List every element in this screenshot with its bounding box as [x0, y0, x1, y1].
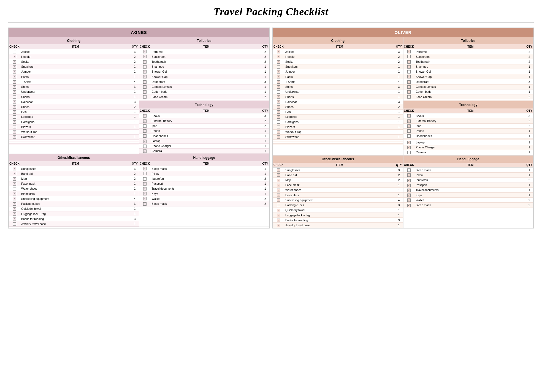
- checkbox[interactable]: [407, 134, 411, 138]
- checkbox[interactable]: [13, 90, 16, 94]
- checkbox[interactable]: [407, 119, 411, 123]
- checkbox[interactable]: [277, 120, 280, 124]
- checkbox[interactable]: [13, 207, 16, 211]
- checkbox[interactable]: [13, 60, 16, 64]
- checkbox[interactable]: [407, 60, 411, 64]
- checkbox[interactable]: [277, 214, 280, 217]
- checkbox[interactable]: [407, 90, 411, 94]
- checkbox[interactable]: [277, 209, 280, 212]
- checkbox[interactable]: [143, 149, 147, 153]
- checkbox[interactable]: [143, 145, 147, 148]
- checkbox[interactable]: [13, 172, 16, 175]
- checkbox[interactable]: [277, 55, 280, 58]
- checkbox[interactable]: [407, 55, 411, 58]
- checkbox[interactable]: [143, 197, 147, 200]
- checkbox[interactable]: [13, 75, 16, 78]
- checkbox[interactable]: [277, 130, 280, 134]
- checkbox[interactable]: [407, 151, 411, 154]
- checkbox[interactable]: [13, 70, 16, 74]
- checkbox[interactable]: [407, 168, 411, 172]
- checkbox[interactable]: [13, 110, 16, 114]
- checkbox[interactable]: [277, 126, 280, 129]
- checkbox[interactable]: [407, 194, 411, 197]
- checkbox[interactable]: [277, 168, 280, 172]
- checkbox[interactable]: [13, 212, 16, 216]
- checkbox[interactable]: [13, 202, 16, 206]
- checkbox[interactable]: [143, 140, 147, 143]
- checkbox[interactable]: [277, 100, 280, 104]
- checkbox[interactable]: [13, 105, 16, 109]
- checkbox[interactable]: [277, 179, 280, 182]
- checkbox[interactable]: [277, 65, 280, 69]
- checkbox[interactable]: [13, 50, 16, 53]
- checkbox[interactable]: [13, 80, 16, 84]
- checkbox[interactable]: [277, 85, 280, 89]
- checkbox[interactable]: [143, 50, 147, 53]
- checkbox[interactable]: [277, 184, 280, 187]
- checkbox[interactable]: [13, 95, 16, 99]
- checkbox[interactable]: [143, 85, 147, 89]
- checkbox[interactable]: [13, 120, 16, 124]
- checkbox[interactable]: [277, 80, 280, 84]
- checkbox[interactable]: [407, 129, 411, 133]
- checkbox[interactable]: [13, 115, 16, 119]
- checkbox[interactable]: [143, 55, 147, 58]
- checkbox[interactable]: [13, 135, 16, 139]
- checkbox[interactable]: [13, 192, 16, 195]
- checkbox[interactable]: [143, 124, 147, 128]
- checkbox[interactable]: [407, 114, 411, 118]
- checkbox[interactable]: [143, 80, 147, 84]
- checkbox[interactable]: [407, 70, 411, 74]
- checkbox[interactable]: [277, 95, 280, 99]
- checkbox[interactable]: [277, 189, 280, 192]
- checkbox[interactable]: [407, 95, 411, 99]
- checkbox[interactable]: [407, 124, 411, 128]
- checkbox[interactable]: [13, 197, 16, 200]
- checkbox[interactable]: [143, 65, 147, 69]
- checkbox[interactable]: [13, 100, 16, 104]
- checkbox[interactable]: [407, 80, 411, 84]
- checkbox[interactable]: [13, 55, 16, 58]
- checkbox[interactable]: [143, 95, 147, 99]
- checkbox[interactable]: [277, 219, 280, 222]
- checkbox[interactable]: [277, 75, 280, 78]
- checkbox[interactable]: [407, 179, 411, 182]
- checkbox[interactable]: [143, 167, 147, 170]
- checkbox[interactable]: [407, 184, 411, 187]
- checkbox[interactable]: [277, 194, 280, 197]
- checkbox[interactable]: [143, 134, 147, 138]
- checkbox[interactable]: [13, 217, 16, 220]
- checkbox[interactable]: [143, 177, 147, 181]
- checkbox[interactable]: [13, 85, 16, 89]
- checkbox[interactable]: [277, 105, 280, 109]
- checkbox[interactable]: [277, 204, 280, 207]
- checkbox[interactable]: [143, 70, 147, 74]
- checkbox[interactable]: [277, 90, 280, 94]
- checkbox[interactable]: [277, 70, 280, 74]
- checkbox[interactable]: [13, 130, 16, 134]
- checkbox[interactable]: [407, 204, 411, 207]
- checkbox[interactable]: [277, 224, 280, 227]
- checkbox[interactable]: [143, 192, 147, 195]
- checkbox[interactable]: [13, 167, 16, 170]
- checkbox[interactable]: [407, 65, 411, 69]
- checkbox[interactable]: [407, 146, 411, 149]
- checkbox[interactable]: [143, 60, 147, 64]
- checkbox[interactable]: [13, 187, 16, 190]
- checkbox[interactable]: [277, 60, 280, 64]
- checkbox[interactable]: [143, 187, 147, 190]
- checkbox[interactable]: [407, 198, 411, 202]
- checkbox[interactable]: [143, 114, 147, 118]
- checkbox[interactable]: [143, 75, 147, 78]
- checkbox[interactable]: [277, 110, 280, 114]
- checkbox[interactable]: [407, 173, 411, 177]
- checkbox[interactable]: [407, 189, 411, 192]
- checkbox[interactable]: [143, 119, 147, 123]
- checkbox[interactable]: [13, 65, 16, 69]
- checkbox[interactable]: [143, 202, 147, 206]
- checkbox[interactable]: [407, 75, 411, 78]
- checkbox[interactable]: [407, 85, 411, 89]
- checkbox[interactable]: [13, 126, 16, 129]
- checkbox[interactable]: [407, 50, 411, 53]
- checkbox[interactable]: [407, 141, 411, 144]
